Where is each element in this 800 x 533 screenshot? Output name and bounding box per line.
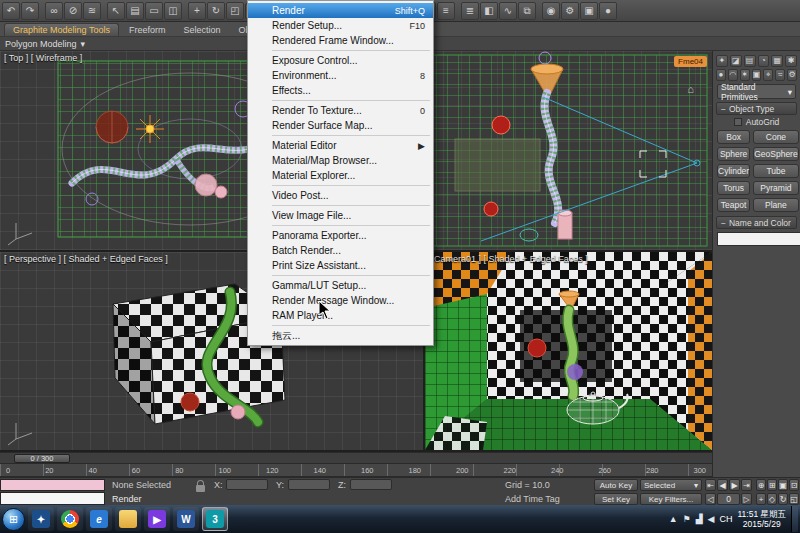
pyramid-button[interactable]: Pyramid [753, 181, 798, 195]
cone-button[interactable]: Cone [753, 130, 798, 144]
menu-item-render-to-texture[interactable]: Render To Texture...0 [248, 103, 433, 118]
systems-icon[interactable]: ⚙ [787, 69, 797, 81]
tube-object-green[interactable] [568, 310, 574, 396]
previous-frame-button[interactable]: ◀ [717, 479, 728, 491]
language-indicator[interactable]: CH [719, 514, 732, 524]
macro-recorder-field[interactable] [0, 479, 105, 491]
set-key-button[interactable]: Set Key [594, 493, 638, 505]
maximize-viewport-icon[interactable]: ◱ [789, 493, 799, 505]
viewport-camera-label[interactable]: [ Camera01 ] [ Shaded + Edged Faces ] [429, 254, 588, 264]
primitives-dropdown[interactable]: Standard Primitives ▾ [717, 84, 796, 99]
display-tab-icon[interactable]: ▦ [771, 55, 783, 67]
window-crossing-icon[interactable]: ◫ [164, 2, 182, 20]
curve-editor-icon[interactable]: ∿ [499, 2, 517, 20]
menu-item-material-explorer[interactable]: Material Explorer... [248, 168, 433, 183]
menu-item-exposure-control[interactable]: Exposure Control... [248, 53, 433, 68]
name-color-rollout-header[interactable]: − Name and Color [716, 216, 797, 229]
start-button[interactable]: ⊞ [2, 508, 25, 531]
time-ruler[interactable]: 0 20 40 60 80 100 120 140 160 180 200 22… [0, 464, 712, 477]
align-icon[interactable]: ≡ [437, 2, 455, 20]
torus-button[interactable]: Torus [717, 181, 750, 195]
select-scale-icon[interactable]: ◰ [226, 2, 244, 20]
taskbar-app-launcher[interactable]: ✦ [28, 507, 54, 531]
lock-selection-icon[interactable] [196, 485, 205, 492]
helpers-icon[interactable]: ⌖ [763, 69, 773, 81]
object-name-field[interactable] [717, 232, 800, 246]
next-key-button[interactable]: ▷ [741, 493, 752, 505]
menu-item-batch-render[interactable]: Batch Render... [248, 243, 433, 258]
time-slider-track[interactable]: 0 / 300 [0, 452, 712, 464]
action-center-icon[interactable]: ⚑ [683, 514, 691, 524]
geometry-icon[interactable]: ● [716, 69, 726, 81]
sphere-button[interactable]: Sphere [717, 147, 750, 161]
field-of-view-icon[interactable]: ◇ [767, 493, 777, 505]
autogrid-checkbox[interactable] [734, 118, 742, 126]
schematic-view-icon[interactable]: ⧉ [518, 2, 536, 20]
add-time-tag[interactable]: Add Time Tag [505, 494, 560, 504]
redo-icon[interactable]: ↷ [21, 2, 39, 20]
select-object-icon[interactable]: ↖ [107, 2, 125, 20]
ribbon-toggle-icon[interactable]: ◧ [480, 2, 498, 20]
select-link-icon[interactable]: ∞ [45, 2, 63, 20]
cameras-icon[interactable]: ▣ [752, 69, 762, 81]
y-coordinate-field[interactable] [288, 479, 330, 490]
select-by-name-icon[interactable]: ▤ [126, 2, 144, 20]
x-coordinate-field[interactable] [226, 479, 268, 490]
menu-item-render[interactable]: RenderShift+Q [248, 3, 433, 18]
bind-spacewarp-icon[interactable]: ≋ [83, 2, 101, 20]
menu-item-view-image-file[interactable]: View Image File... [248, 208, 433, 223]
taskbar-word[interactable]: W [173, 507, 199, 531]
shapes-icon[interactable]: ◠ [728, 69, 738, 81]
taskbar-chrome[interactable] [57, 507, 83, 531]
menu-item-plugin-cloud[interactable]: 拖云... [248, 328, 433, 343]
volume-icon[interactable]: ◀ [708, 514, 715, 524]
z-coordinate-field[interactable] [350, 479, 392, 490]
tab-selection[interactable]: Selection [175, 24, 228, 36]
network-icon[interactable]: ▟ [696, 514, 703, 524]
menu-item-gamma-lut-setup[interactable]: Gamma/LUT Setup... [248, 278, 433, 293]
select-rotate-icon[interactable]: ↻ [207, 2, 225, 20]
create-tab-icon[interactable]: ✦ [716, 55, 728, 67]
tab-graphite-modeling-tools[interactable]: Graphite Modeling Tools [4, 23, 119, 36]
material-editor-icon[interactable]: ◉ [542, 2, 560, 20]
sphere-object-red[interactable] [492, 116, 510, 134]
taskbar-file-explorer[interactable] [115, 507, 141, 531]
modify-tab-icon[interactable]: ◪ [730, 55, 742, 67]
zoom-extents-icon[interactable]: ▣ [778, 479, 788, 491]
cylinder-object-pink[interactable] [558, 210, 572, 239]
taskbar-media-player[interactable]: ▶ [144, 507, 170, 531]
render-setup-icon[interactable]: ⚙ [561, 2, 579, 20]
spacewarps-icon[interactable]: ≈ [775, 69, 785, 81]
polygon-modeling-panel[interactable]: Polygon Modeling [5, 39, 77, 49]
current-frame-field[interactable] [717, 493, 740, 505]
menu-item-print-size-assistant[interactable]: Print Size Assistant... [248, 258, 433, 273]
pan-icon[interactable]: + [756, 493, 766, 505]
previous-key-button[interactable]: ◁ [705, 493, 716, 505]
zoom-all-icon[interactable]: ⊞ [767, 479, 777, 491]
zoom-icon[interactable]: ⊕ [756, 479, 766, 491]
teapot-button[interactable]: Teapot [717, 198, 750, 212]
auto-key-button[interactable]: Auto Key [594, 479, 638, 491]
starburst-object[interactable] [136, 115, 164, 143]
render-production-icon[interactable]: ● [599, 2, 617, 20]
menu-item-render-message-window[interactable]: Render Message Window... [248, 293, 433, 308]
box-button[interactable]: Box [717, 130, 750, 144]
viewport-top-label[interactable]: [ Top ] [ Wireframe ] [4, 53, 82, 63]
sphere-object-pink[interactable] [231, 405, 245, 419]
menu-item-material-map-browser[interactable]: Material/Map Browser... [248, 153, 433, 168]
zoom-region-icon[interactable]: ⊡ [789, 479, 799, 491]
taskbar-clock[interactable]: 11:51 星期五 2015/5/29 [737, 509, 786, 529]
plane-button[interactable]: Plane [753, 198, 798, 212]
motion-tab-icon[interactable]: ◔ [758, 55, 770, 67]
plane-object[interactable] [455, 139, 540, 191]
viewcube-home-icon[interactable]: ⌂ [687, 83, 694, 95]
sphere-object-red[interactable] [181, 393, 199, 411]
tube-button[interactable]: Tube [753, 164, 798, 178]
unlink-icon[interactable]: ⊘ [64, 2, 82, 20]
taskbar-internet-explorer[interactable]: e [86, 507, 112, 531]
rendered-frame-icon[interactable]: ▣ [580, 2, 598, 20]
play-button[interactable]: ▶ [729, 479, 740, 491]
go-to-start-button[interactable]: ⇤ [705, 479, 716, 491]
menu-item-material-editor[interactable]: Material Editor▶ [248, 138, 433, 153]
cylinder-button[interactable]: Cylinder [717, 164, 750, 178]
